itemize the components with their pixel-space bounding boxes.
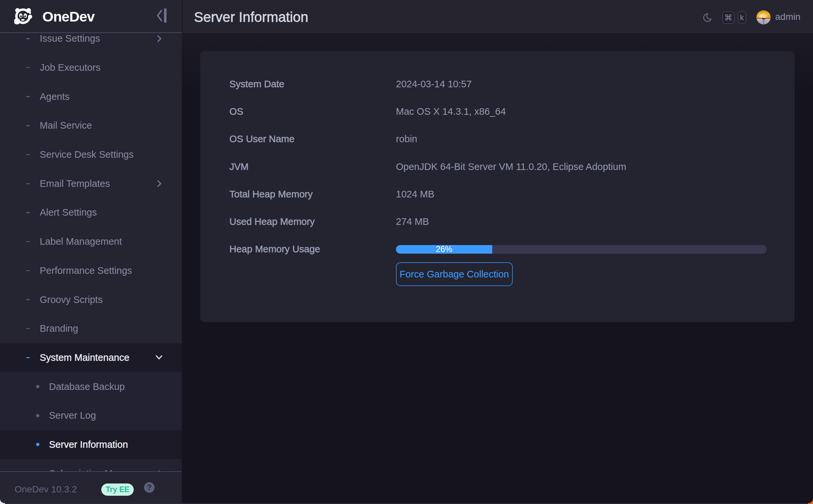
info-row-os: OS Mac OS X 14.3.1, x86_64 <box>200 98 794 125</box>
sidebar-item-label: Database Backup <box>49 381 125 392</box>
heap-progress-track: 26% <box>396 245 767 254</box>
try-ee-badge[interactable]: Try EE <box>101 483 134 496</box>
sidebar-item-label: Branding <box>40 323 78 334</box>
info-value: 274 MB <box>396 216 429 227</box>
dash-icon <box>26 328 30 329</box>
bullet-icon <box>36 414 39 417</box>
sidebar-item-groovy-scripts[interactable]: Groovy Scripts <box>0 285 182 314</box>
info-label: JVM <box>230 161 396 172</box>
logo-text[interactable]: OneDev <box>42 9 95 25</box>
info-label: Heap Memory Usage <box>230 244 396 255</box>
chevron-right-icon <box>157 180 161 187</box>
dash-icon <box>26 183 30 185</box>
sidebar-item-job-executors[interactable]: Job Executors <box>0 53 182 82</box>
sidebar-item-label: Job Executors <box>40 62 101 73</box>
sidebar-item-label: System Maintenance <box>40 352 129 363</box>
avatar-sunset-image <box>756 10 771 24</box>
app-window: Issue Settings Job Executors Agents Mail… <box>0 0 813 503</box>
info-row-os-user-name: OS User Name robin <box>200 125 794 153</box>
info-label: OS User Name <box>230 134 396 145</box>
topbar: Server Information ⌘ k <box>182 0 813 33</box>
dash-icon <box>26 38 30 39</box>
sidebar-item-server-information[interactable]: Server Information <box>0 430 182 459</box>
sidebar-item-service-desk-settings[interactable]: Service Desk Settings <box>0 140 182 169</box>
sidebar-item-database-backup[interactable]: Database Backup <box>0 372 182 401</box>
dash-icon <box>26 357 30 358</box>
k-key-icon[interactable]: k <box>738 11 746 24</box>
sidebar-item-label: Agents <box>40 91 69 102</box>
version-text: OneDev 10.3.2 <box>15 484 77 495</box>
info-row-total-heap: Total Heap Memory 1024 MB <box>200 181 794 208</box>
chevron-right-icon <box>157 35 161 42</box>
server-info-card: System Date 2024-03-14 10:57 OS Mac OS X… <box>200 51 794 322</box>
sidebar-menu: Issue Settings Job Executors Agents Mail… <box>0 24 182 488</box>
dash-icon <box>26 270 30 272</box>
sidebar-header: OneDev <box>0 0 182 33</box>
dash-icon <box>26 154 30 155</box>
cmd-key-icon[interactable]: ⌘ <box>722 11 735 24</box>
sidebar-item-alert-settings[interactable]: Alert Settings <box>0 198 182 227</box>
content-area: System Date 2024-03-14 10:57 OS Mac OS X… <box>182 33 813 503</box>
sidebar-item-server-log[interactable]: Server Log <box>0 401 182 430</box>
sidebar-item-agents[interactable]: Agents <box>0 82 182 111</box>
sidebar-item-label-management[interactable]: Label Management <box>0 227 182 256</box>
info-label: OS <box>230 106 396 117</box>
sidebar-item-system-maintenance[interactable]: System Maintenance <box>0 343 182 372</box>
dash-icon <box>26 67 30 68</box>
sidebar-item-label: Email Templates <box>40 178 110 189</box>
sidebar-item-label: Server Log <box>49 410 96 421</box>
heap-progress-text: 26% <box>436 245 452 254</box>
info-value: 2024-03-14 10:57 <box>396 79 472 90</box>
page-title: Server Information <box>194 9 308 25</box>
info-row-system-date: System Date 2024-03-14 10:57 <box>200 70 794 98</box>
sidebar-item-label: Mail Service <box>40 120 92 131</box>
topbar-actions: ⌘ k <box>703 0 800 33</box>
main-area: Server Information ⌘ k <box>182 0 813 503</box>
username-text[interactable]: admin <box>775 12 800 22</box>
sidebar-item-branding[interactable]: Branding <box>0 314 182 343</box>
dash-icon <box>26 299 30 300</box>
info-value: Mac OS X 14.3.1, x86_64 <box>396 106 506 117</box>
system-maintenance-submenu: Database Backup Server Log Server Inform… <box>0 372 182 488</box>
user-avatar[interactable] <box>756 10 771 24</box>
dash-icon <box>26 212 30 213</box>
sidebar-item-label: Groovy Scripts <box>40 294 103 305</box>
info-label: Total Heap Memory <box>230 189 396 200</box>
sidebar-item-email-templates[interactable]: Email Templates <box>0 169 182 198</box>
dash-icon <box>26 241 30 242</box>
info-value: 1024 MB <box>396 189 434 200</box>
sidebar-item-label: Label Management <box>40 236 122 247</box>
sidebar-item-mail-service[interactable]: Mail Service <box>0 111 182 140</box>
onedev-logo-icon[interactable] <box>14 8 32 26</box>
dash-icon <box>26 96 30 97</box>
info-value: robin <box>396 134 417 145</box>
dark-mode-moon-icon[interactable] <box>703 13 712 22</box>
bullet-icon <box>36 443 39 446</box>
sidebar-item-label: Performance Settings <box>40 265 132 276</box>
info-row-used-heap: Used Heap Memory 274 MB <box>200 208 794 235</box>
info-label: Used Heap Memory <box>230 216 396 227</box>
sidebar: Issue Settings Job Executors Agents Mail… <box>0 0 182 503</box>
info-row-jvm: JVM OpenJDK 64-Bit Server VM 11.0.20, Ec… <box>200 153 794 181</box>
sidebar-item-label: Server Information <box>49 439 128 450</box>
help-icon[interactable]: ? <box>144 482 154 493</box>
info-label: System Date <box>230 79 396 90</box>
dash-icon <box>26 125 30 126</box>
sidebar-item-label: Issue Settings <box>40 33 100 44</box>
chevron-down-icon <box>155 355 162 360</box>
force-gc-button[interactable]: Force Garbage Collection <box>396 262 513 286</box>
info-row-heap-usage: Heap Memory Usage 26% <box>200 235 794 263</box>
bullet-icon <box>36 385 39 388</box>
sidebar-footer: OneDev 10.3.2 Try EE ? <box>0 471 182 503</box>
sidebar-collapse-icon[interactable] <box>156 8 167 23</box>
sidebar-item-performance-settings[interactable]: Performance Settings <box>0 256 182 285</box>
sidebar-item-label: Alert Settings <box>40 207 97 218</box>
info-value: OpenJDK 64-Bit Server VM 11.0.20, Eclips… <box>396 161 626 172</box>
heap-progress-fill: 26% <box>396 245 492 254</box>
sidebar-item-label: Service Desk Settings <box>40 149 134 160</box>
